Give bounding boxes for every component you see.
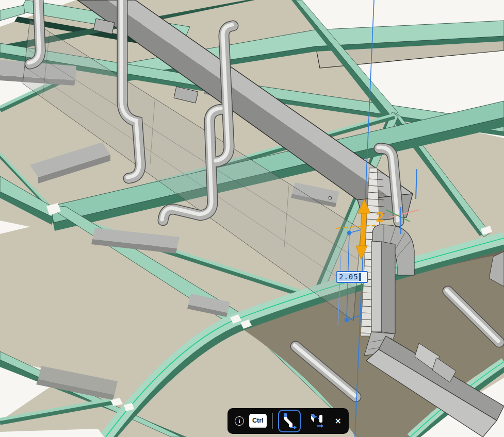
text-caret [359, 273, 361, 281]
dimension-value: 2.05 [338, 273, 359, 281]
duct-drop-arrow-icon [282, 413, 297, 429]
sketch-endpoint-bottom[interactable] [345, 318, 349, 322]
toolbar-divider [272, 413, 273, 429]
close-button[interactable]: × [335, 417, 342, 425]
info-icon: i [238, 418, 240, 424]
close-icon: × [335, 416, 342, 426]
viewport-3d[interactable] [0, 0, 504, 437]
cad-3d-editor: 2.05 2 i Ctrl × [0, 0, 504, 437]
info-button[interactable]: i [235, 416, 244, 426]
routing-toolbar: i Ctrl × [227, 408, 349, 434]
sketch-endpoint-top[interactable] [347, 231, 351, 235]
offset-label: 2 [376, 210, 384, 224]
duct-split-arrow-icon [310, 413, 324, 429]
mode-button-primary[interactable] [278, 410, 301, 432]
dimension-input[interactable]: 2.05 [336, 271, 368, 283]
mode-button-secondary[interactable] [306, 410, 329, 432]
ctrl-key-hint: Ctrl [249, 414, 267, 428]
